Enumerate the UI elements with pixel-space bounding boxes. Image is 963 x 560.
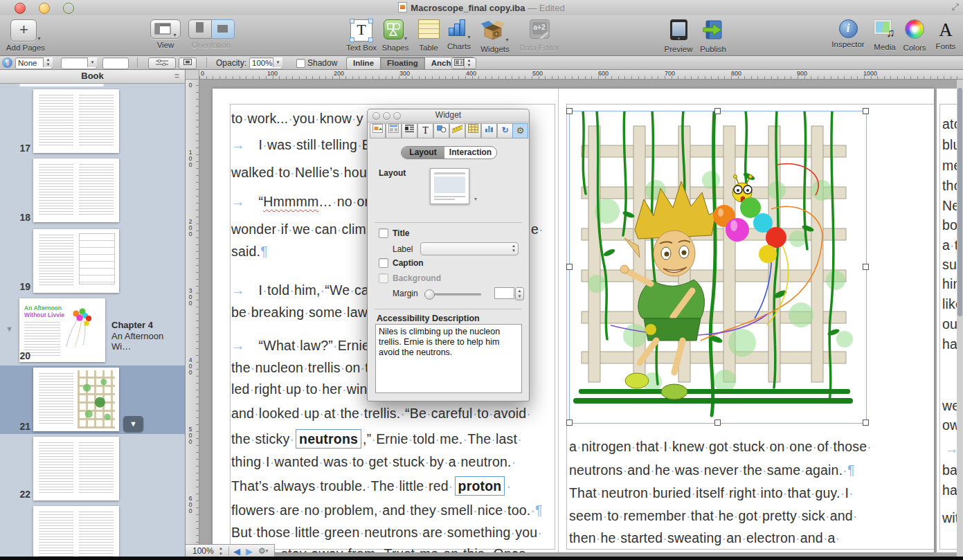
media-button[interactable]: ♫ Media — [871, 19, 899, 51]
scroll-down-button[interactable]: ▼ — [123, 416, 143, 432]
selection-handle-nw[interactable] — [566, 108, 573, 114]
wrap-floating-button[interactable]: Floating — [380, 57, 424, 70]
page-thumbnail-23[interactable] — [33, 506, 119, 557]
gear-menu-button[interactable]: ⚙▾ — [258, 546, 268, 556]
chart-inspector-icon[interactable] — [481, 123, 497, 138]
orientation-control: Orientation — [188, 19, 235, 49]
margin-value-field[interactable] — [494, 287, 514, 299]
opacity-select[interactable]: 100%▾ — [249, 57, 282, 69]
panel-minimize-button[interactable] — [383, 112, 390, 120]
preview-button[interactable]: Preview — [660, 19, 696, 53]
charts-button[interactable]: ▾ Charts — [444, 19, 474, 51]
page-thumbnail-19[interactable] — [33, 229, 119, 293]
glossary-term-proton[interactable]: proton — [455, 476, 505, 496]
bottom-edge — [0, 557, 963, 560]
text-inspector-icon[interactable]: T — [417, 123, 433, 138]
list-icon[interactable]: = — [174, 70, 179, 82]
zoom-stepper[interactable]: ▲▼ — [219, 545, 223, 557]
page-thumbnail-20-chapter[interactable]: An Afternoon Without Livvie — [19, 298, 105, 362]
colors-button[interactable]: Colors — [902, 19, 927, 52]
vertical-ruler: 0 100 200 300 400 500 600 — [186, 80, 199, 557]
sidebar-header: Book= — [0, 70, 185, 84]
wrap-inspector-icon[interactable] — [402, 123, 417, 138]
body-text-line: led·right·up·to·her·wind — [231, 381, 375, 397]
orientation-landscape-button[interactable] — [212, 19, 235, 39]
page-thumbnail-22[interactable] — [33, 437, 119, 500]
misspelled-word: Hmmmm — [263, 194, 318, 209]
table-button[interactable]: Table — [415, 19, 442, 52]
tab-interaction[interactable]: Interaction — [444, 147, 496, 159]
wrap-inline-button[interactable]: Inline — [346, 57, 380, 70]
text-box-icon: T — [350, 19, 372, 42]
document-inspector-icon[interactable] — [370, 123, 386, 138]
horizontal-ruler: 0 100 200 300 400 500 600 700 800 900 10… — [199, 70, 963, 80]
fonts-button[interactable]: A Fonts — [932, 19, 960, 51]
accessibility-description-input[interactable]: Niles is climbing up the nucleon trellis… — [375, 324, 522, 393]
view-button[interactable]: ▾ View — [147, 19, 183, 49]
page-thumbnail-21-selected[interactable] — [33, 368, 119, 431]
widget-inspector-icon[interactable]: ⚙ — [512, 123, 528, 138]
dropdown-arrow-icon: ▾ — [273, 57, 282, 67]
widgets-button[interactable]: ▾ Widgets — [478, 19, 512, 53]
paragraph-style-icon[interactable]: ¶ — [2, 57, 12, 68]
inspector-button[interactable]: i Inspector — [831, 19, 865, 48]
margin-slider-thumb[interactable] — [424, 289, 435, 300]
selection-handle-s[interactable] — [714, 419, 721, 426]
selection-handle-e[interactable] — [863, 264, 869, 270]
selection-handle-w[interactable] — [566, 264, 573, 270]
selection-handle-sw[interactable] — [566, 419, 573, 426]
add-pages-button[interactable]: +▾ Add Pages — [4, 19, 47, 52]
body-text-line: then·he·started·sweating·an·electron·and… — [569, 530, 840, 546]
page-thumbnail-18[interactable] — [33, 159, 119, 222]
caption-checkbox[interactable] — [379, 258, 388, 268]
page-spread[interactable]: to·work...·you·know·y → I·was·still·tell… — [213, 89, 934, 552]
layout-inspector-icon[interactable] — [386, 123, 402, 138]
body-text-line: thing·I·wanted·was·to·get·stuck·by·a·neu… — [231, 454, 516, 470]
mask-button[interactable] — [179, 57, 197, 69]
down-arrow-icon: ▼ — [129, 419, 137, 428]
adjust-style-button[interactable] — [148, 57, 176, 69]
selection-handle-n[interactable] — [714, 108, 721, 114]
layout-style-picker[interactable]: ▾ — [430, 168, 469, 204]
shadow-checkbox[interactable] — [296, 59, 305, 69]
text-box-button[interactable]: T Text Box — [345, 19, 377, 52]
selection-handle-se[interactable] — [863, 419, 869, 426]
label-select[interactable]: ▲▼ — [420, 242, 519, 255]
charts-icon — [447, 19, 467, 37]
selection-handle-ne[interactable] — [863, 108, 869, 114]
title-checkbox[interactable] — [379, 228, 388, 238]
metrics-inspector-icon[interactable] — [449, 123, 465, 138]
panel-zoom-button[interactable] — [393, 112, 401, 120]
body-text-line: That’s·always·trouble.·The·little·red·pr… — [231, 478, 511, 494]
chapter-disclosure-icon[interactable]: ▼ — [6, 325, 13, 333]
shapes-button[interactable]: ▾ Shapes — [381, 19, 410, 52]
character-style-select[interactable]: ▾ — [61, 57, 97, 69]
dropdown-arrow-icon: ▾ — [474, 196, 477, 202]
dropdown-arrow-icon: ▾ — [404, 35, 407, 42]
vertical-scrollbar[interactable] — [957, 80, 963, 557]
body-text-line: But·those·little·green·neutrons·are·some… — [231, 525, 542, 541]
stepper-icon[interactable]: ▲▼ — [43, 57, 53, 67]
orientation-portrait-button[interactable] — [188, 19, 212, 39]
publish-button[interactable]: Publish — [698, 19, 728, 53]
margin-stepper[interactable]: ▲▼ — [515, 287, 524, 300]
fill-color-well[interactable] — [102, 57, 129, 69]
next-page-button[interactable]: ▶ — [246, 546, 253, 557]
graphic-inspector-icon[interactable] — [433, 123, 449, 138]
text-wrap-stepper[interactable]: ▲▼ — [451, 57, 476, 69]
glossary-term-neutrons[interactable]: neutrons — [296, 429, 361, 449]
table-inspector-icon[interactable] — [465, 123, 481, 138]
previous-page-button[interactable]: ◀ — [233, 546, 240, 557]
scrollbar-thumb[interactable] — [957, 88, 962, 316]
body-text-line: That·neutron·buried·itself·right·into·th… — [569, 485, 854, 501]
widget-panel-titlebar[interactable]: Widget — [368, 109, 529, 123]
tab-layout[interactable]: Layout — [402, 147, 444, 159]
panel-close-button[interactable] — [372, 112, 380, 120]
widget-inspector-panel: Widget T ↻ ⚙ Layout Interaction Layout ▾… — [367, 109, 530, 401]
paragraph-style-select[interactable]: None▲▼ — [15, 57, 53, 69]
stepper-icon[interactable]: ▲▼ — [464, 58, 474, 69]
page-thumbnail-17[interactable] — [33, 89, 119, 153]
link-inspector-icon[interactable]: ↻ — [497, 123, 513, 138]
zoom-level[interactable]: 100% — [192, 546, 214, 556]
fullscreen-icon[interactable]: ⤢ — [952, 1, 959, 12]
